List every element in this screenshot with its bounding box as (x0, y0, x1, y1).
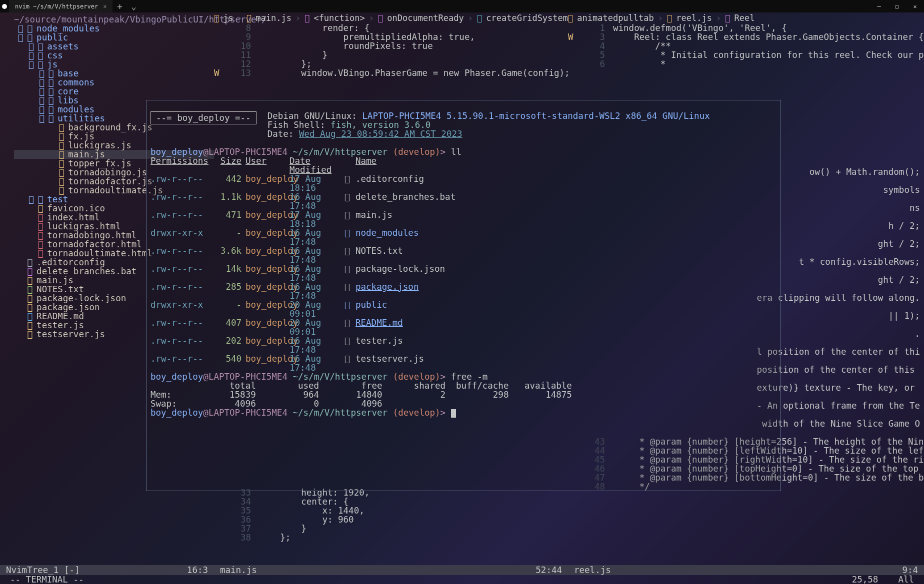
file-tree-item[interactable]: 󰅂󰉋 base (14, 69, 214, 78)
code-line[interactable]: 4 /** (568, 41, 924, 50)
statusbar-tree-pos: 16:3 (190, 565, 214, 575)
terminal-prompt-3[interactable]: boy_deploy@LAPTOP-PHCI5ME4 ~/s/m/V/https… (150, 408, 776, 418)
tab-title: nvim ~/s/m/V/httpserver (15, 3, 98, 10)
js-icon: 󰌞 (246, 13, 252, 23)
code-line[interactable]: 38 }; (214, 533, 568, 542)
code-line[interactable]: W13 window.VBingo.PhaserGame = new Phase… (214, 68, 568, 77)
statusbar-tree-name: NvimTree_1 [-] (0, 565, 190, 575)
terminal-cursor (451, 409, 456, 418)
file-tree-item[interactable]: 󰅂󰉋 core (14, 87, 214, 96)
file-tree-item[interactable]: 󰅂󰉋 node_modules (14, 24, 214, 33)
free-output: total used free shared buff/cache availa… (150, 381, 776, 408)
code-line[interactable]: 6 * (568, 59, 924, 68)
terminal-float[interactable]: --= boy_deploy =-- Debian GNU/Linux: LAP… (146, 100, 781, 491)
ll-row: .rw-r--r--471boy_deploy17 Aug 18:18󰈔main… (150, 210, 776, 228)
code-line[interactable]: 5 * Initial configuration for this reel.… (568, 50, 924, 59)
code-line[interactable]: 11 } (214, 50, 568, 59)
ll-row: .rw-r--r--407boy_deploy20 Aug 09:01󰈔READ… (150, 318, 776, 336)
file-tree-item[interactable]: 󰅂󰉋 css (14, 51, 214, 60)
code-line[interactable]: 10 roundPixels: true (214, 41, 568, 50)
code-line[interactable]: 37 } (214, 524, 568, 533)
ll-row: .rw-r--r--14kboy_deploy16 Aug 17:48󰈔pack… (150, 264, 776, 282)
code-line[interactable]: 34 center: { (214, 497, 568, 506)
terminal-banner: --= boy_deploy =-- (150, 111, 256, 124)
new-tab-button[interactable]: + (112, 0, 126, 12)
code-line[interactable]: 36 y: 960 (214, 515, 568, 524)
ll-row: .rw-r--r--442boy_deploy17 Aug 18:16󰈔.edi… (150, 174, 776, 192)
file-tree-item[interactable]: 󰅀󰝰 public (14, 33, 214, 42)
modeline: -- TERMINAL -- 25,58 All (0, 575, 924, 584)
function-icon: 󰊕 (304, 13, 310, 23)
titlebar: nvim ~/s/m/V/httpserver × + ⌄ ─ ▢ ✕ (0, 0, 924, 12)
mode-indicator: -- TERMINAL -- (10, 575, 84, 584)
js-icon: 󰌞 (667, 13, 672, 23)
ll-row: drwxr-xr-x-boy_deploy16 Aug 17:48󰝰node_m… (150, 228, 776, 246)
file-tree-item[interactable]: 󰅂󰉋 assets (14, 42, 214, 51)
terminal-prompt-2: boy_deploy@LAPTOP-PHCI5ME4 ~/s/m/V/https… (150, 372, 776, 381)
code-line[interactable]: 8 render: { (214, 23, 568, 32)
file-tree-root-path: ~/source/mountainpeak/VbingoPublicUI/htt… (14, 15, 214, 24)
file-tree-item[interactable]: 󰅀󰝰 js (14, 60, 214, 69)
statusbar-reel-name: reel.js (568, 565, 878, 575)
statusbar-main-pos: 52:44 (534, 565, 568, 575)
code-line[interactable]: 1window.defmod('VBingo', 'Reel', { (568, 23, 924, 32)
window-maximize-button[interactable]: ▢ (888, 0, 906, 12)
folder-icon: 󰝰 (214, 13, 219, 23)
terminal-prompt-1: boy_deploy@LAPTOP-PHCI5ME4 ~/s/m/V/https… (150, 147, 776, 156)
ll-row: .rw-r--r--3.6kboy_deploy16 Aug 17:48󰈔NOT… (150, 246, 776, 264)
ll-row: .rw-r--r--202boy_deploy16 Aug 17:48󰈔test… (150, 336, 776, 354)
window-close-button[interactable]: ✕ (906, 0, 924, 12)
breadcrumb-main: 󰝰 js › 󰌞 main.js › 󰊕 <function> › 󰊕 onDo… (214, 12, 568, 23)
window-minimize-button[interactable]: ─ (870, 0, 888, 12)
ll-row: .rw-r--r--285boy_deploy16 Aug 17:48󰈔pack… (150, 282, 776, 300)
file-tree-item[interactable]: 󰅂󰉋 commons (14, 78, 214, 87)
tab-dropdown-icon[interactable]: ⌄ (126, 0, 140, 12)
scroll-percentage: All (898, 575, 914, 584)
code-line[interactable]: W3 Reel: class Reel extends Phaser.GameO… (568, 32, 924, 41)
code-line[interactable]: 12 }; (214, 59, 568, 68)
class-icon: 󰠱 (725, 13, 730, 23)
statusbar: NvimTree_1 [-] 16:3 main.js 52:44 reel.j… (0, 565, 924, 575)
function-icon: 󰊕 (378, 13, 383, 23)
ll-output: Permissions Size User Date Modified Name… (150, 156, 776, 372)
code-line[interactable]: 9 premultipliedAlpha: true, (214, 32, 568, 41)
cursor-position: 25,58 (852, 575, 878, 584)
folder-icon: 󰝰 (568, 13, 573, 23)
statusbar-reel-pos: 9:4 (896, 565, 924, 575)
tab-close-icon[interactable]: × (103, 3, 106, 10)
ll-row: drwxr-xr-x-boy_deploy20 Aug 09:01󰝰public (150, 300, 776, 318)
statusbar-main-name: main.js (214, 565, 534, 575)
breadcrumb-reel: 󰝰 animatedpulltab › 󰌞 reel.js › 󰠱 Reel (568, 12, 924, 23)
ll-row: .rw-r--r--540boy_deploy16 Aug 17:48󰈔test… (150, 354, 776, 372)
var-icon: 󰀫 (477, 13, 482, 23)
os-icon (0, 3, 9, 9)
tab-active[interactable]: nvim ~/s/m/V/httpserver × (9, 0, 112, 12)
code-line[interactable]: 35 x: 1440, (214, 506, 568, 515)
ll-row: .rw-r--r--1.1kboy_deploy16 Aug 17:48󰈔del… (150, 192, 776, 210)
svg-point-0 (2, 4, 7, 9)
